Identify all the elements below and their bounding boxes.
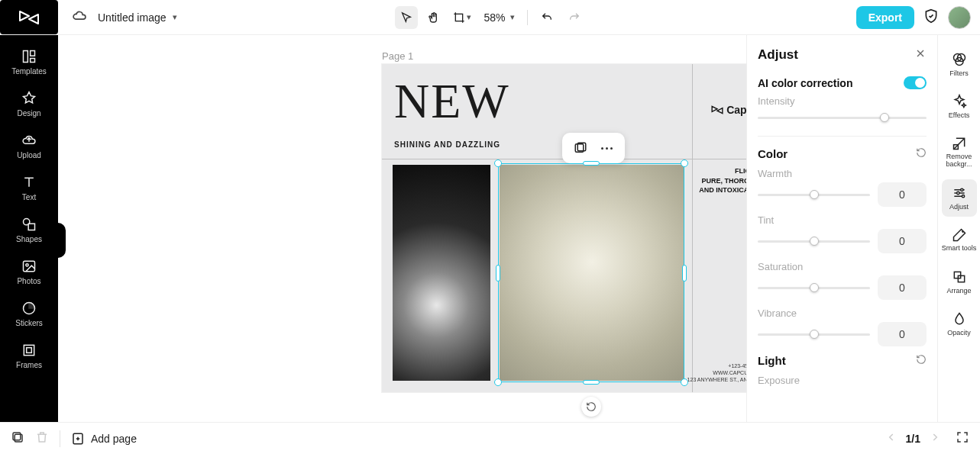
- rail-item-effects[interactable]: Effects: [942, 88, 977, 125]
- svg-rect-10: [27, 348, 32, 353]
- delete-page-button[interactable]: [35, 430, 49, 447]
- tagline-3: AND INTOXICATING: [699, 185, 746, 195]
- cloud-sync-icon[interactable]: [72, 8, 87, 27]
- rail-item-remove-bg[interactable]: Remove backgr...: [942, 130, 977, 175]
- resize-handle-ne[interactable]: [681, 159, 688, 167]
- hand-tool[interactable]: [422, 6, 445, 29]
- resize-handle-n[interactable]: [583, 161, 600, 166]
- user-avatar[interactable]: [948, 6, 971, 29]
- svg-rect-9: [24, 345, 34, 355]
- svg-rect-6: [24, 261, 35, 271]
- design-image-ring[interactable]: [500, 165, 684, 381]
- sidebar-item-upload[interactable]: Upload: [0, 125, 58, 167]
- design-title[interactable]: NEW: [394, 73, 510, 130]
- replace-image-button[interactable]: [570, 137, 591, 159]
- design-subtitle[interactable]: SHINING AND DAZZLING: [394, 140, 500, 149]
- adjust-panel: Adjust AI color correction Intensity Col…: [746, 35, 937, 422]
- ai-toggle[interactable]: [904, 76, 927, 89]
- select-tool[interactable]: [394, 6, 417, 29]
- app-logo[interactable]: [0, 0, 58, 34]
- rail-item-arrange[interactable]: Arrange: [942, 263, 977, 301]
- rail-label: Smart tools: [942, 245, 977, 253]
- intensity-slider[interactable]: [758, 110, 927, 125]
- undo-button[interactable]: [535, 6, 558, 29]
- shield-icon[interactable]: [923, 8, 939, 27]
- svg-rect-3: [31, 59, 35, 63]
- svg-rect-0: [455, 14, 462, 21]
- saturation-slider[interactable]: [758, 280, 870, 295]
- saturation-value[interactable]: 0: [878, 275, 927, 300]
- sidebar-item-templates[interactable]: Templates: [0, 41, 58, 83]
- add-page-button[interactable]: Add page: [71, 432, 137, 446]
- resize-handle-se[interactable]: [681, 378, 688, 386]
- warmth-control: Warmth 0: [758, 168, 927, 207]
- reset-color-icon[interactable]: [916, 147, 927, 160]
- warmth-value[interactable]: 0: [878, 182, 927, 207]
- rail-label: Opacity: [947, 329, 971, 336]
- redo-button[interactable]: [563, 6, 586, 29]
- resize-handle-e[interactable]: [682, 265, 687, 282]
- saturation-label: Saturation: [758, 261, 927, 272]
- context-toolbar: [562, 133, 625, 163]
- close-icon[interactable]: [914, 47, 927, 63]
- brand-mark[interactable]: CapCut: [711, 104, 746, 116]
- export-button[interactable]: Export: [856, 6, 914, 29]
- rail-item-smart-tools[interactable]: Smart tools: [942, 221, 977, 259]
- tint-value[interactable]: 0: [878, 229, 927, 253]
- tint-slider[interactable]: [758, 233, 870, 249]
- design-tagline[interactable]: FLICKER PURE, THOROUGH AND INTOXICATING: [699, 166, 746, 195]
- next-page-button[interactable]: [930, 432, 940, 446]
- design-image-diamonds[interactable]: [393, 165, 490, 381]
- duplicate-page-button[interactable]: [11, 430, 24, 447]
- zoom-dropdown[interactable]: 58% ▾: [479, 11, 519, 24]
- chevron-down-icon: ▾: [467, 12, 471, 22]
- rail-label: Arrange: [946, 287, 971, 295]
- tint-control: Tint 0: [758, 214, 927, 253]
- sidebar-label: Shapes: [16, 235, 42, 243]
- vibrance-slider[interactable]: [758, 327, 870, 342]
- rail-item-filters[interactable]: Filters: [942, 46, 977, 83]
- reset-light-icon[interactable]: [916, 354, 927, 367]
- sidebar-label: Upload: [17, 151, 41, 159]
- resize-handle-sw[interactable]: [494, 378, 502, 386]
- warmth-label: Warmth: [758, 168, 927, 179]
- tagline-1: FLICKER: [699, 166, 746, 176]
- canvas-area[interactable]: Page 1 NEW SHINING AND DAZZLING CapCut F…: [58, 35, 746, 422]
- fullscreen-button[interactable]: [956, 430, 969, 447]
- svg-rect-1: [24, 51, 28, 63]
- sidebar-item-photos[interactable]: Photos: [0, 251, 58, 293]
- canvas-viewport[interactable]: Page 1 NEW SHINING AND DAZZLING CapCut F…: [58, 35, 746, 422]
- rail-item-opacity[interactable]: Opacity: [942, 305, 977, 343]
- divider: [527, 10, 528, 25]
- sidebar-item-stickers[interactable]: Stickers: [0, 293, 58, 335]
- design-footer[interactable]: +123-456-7890 WWW.CAPCUT.COM 123 ANYWHER…: [687, 362, 746, 383]
- rotate-handle[interactable]: [581, 397, 601, 417]
- divider: [60, 430, 60, 447]
- rail-label: Filters: [949, 69, 969, 77]
- resize-handle-w[interactable]: [496, 265, 500, 282]
- file-name-dropdown[interactable]: Untitled image ▾: [98, 11, 177, 24]
- design-page[interactable]: NEW SHINING AND DAZZLING CapCut FLICKER …: [382, 64, 746, 392]
- sidebar-item-design[interactable]: Design: [0, 83, 58, 125]
- rail-item-adjust[interactable]: Adjust: [942, 179, 977, 217]
- more-options-button[interactable]: [596, 137, 617, 159]
- light-section-title: Light: [758, 354, 786, 367]
- vibrance-control: Vibrance 0: [758, 307, 927, 346]
- zoom-value: 58%: [484, 11, 505, 24]
- vibrance-value[interactable]: 0: [878, 322, 927, 346]
- svg-rect-2: [31, 51, 35, 56]
- resize-handle-nw[interactable]: [494, 159, 502, 167]
- ai-label: AI color correction: [758, 77, 852, 89]
- light-section-header: Light: [758, 354, 927, 367]
- file-name-text: Untitled image: [98, 11, 167, 24]
- sidebar-item-shapes[interactable]: Shapes: [0, 209, 58, 251]
- warmth-slider[interactable]: [758, 187, 870, 202]
- resize-handle-s[interactable]: [583, 380, 600, 385]
- svg-point-19: [962, 195, 964, 197]
- prev-page-button[interactable]: [886, 432, 897, 446]
- sidebar-item-text[interactable]: Text: [0, 167, 58, 209]
- rail-label: Adjust: [949, 203, 969, 211]
- svg-rect-20: [954, 272, 960, 278]
- crop-tool[interactable]: ▾: [449, 6, 474, 29]
- sidebar-item-frames[interactable]: Frames: [0, 335, 58, 377]
